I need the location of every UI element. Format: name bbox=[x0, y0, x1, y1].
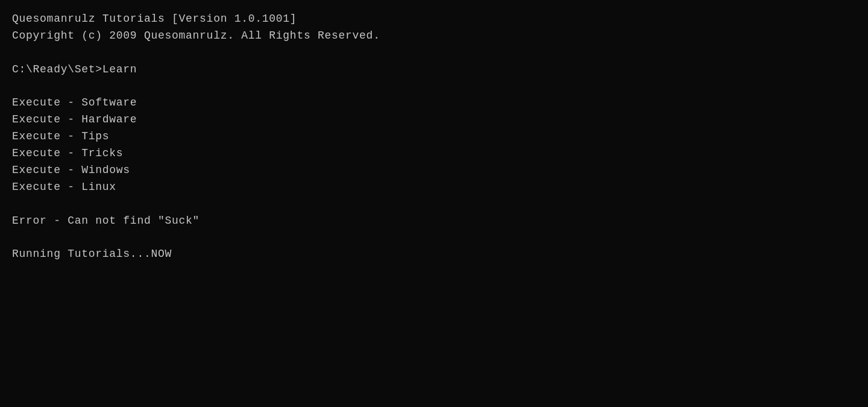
execute-software: Execute - Software bbox=[12, 95, 856, 112]
execute-windows: Execute - Windows bbox=[12, 162, 856, 179]
prompt-line: C:\Ready\Set>Learn bbox=[12, 62, 856, 78]
terminal-window: Quesomanrulz Tutorials [Version 1.0.1001… bbox=[0, 0, 868, 407]
execute-tricks: Execute - Tricks bbox=[12, 145, 856, 162]
blank-line-4 bbox=[12, 230, 856, 247]
error-line: Error - Can not find "Suck" bbox=[12, 213, 856, 230]
execute-hardware: Execute - Hardware bbox=[12, 112, 856, 128]
blank-line-2 bbox=[12, 78, 856, 95]
header-line-2: Copyright (c) 2009 Quesomanrulz. All Rig… bbox=[12, 28, 856, 45]
running-line: Running Tutorials...NOW bbox=[12, 246, 856, 263]
blank-line-1 bbox=[12, 45, 856, 62]
header-line-1: Quesomanrulz Tutorials [Version 1.0.1001… bbox=[12, 11, 856, 28]
execute-tips: Execute - Tips bbox=[12, 128, 856, 145]
blank-line-3 bbox=[12, 196, 856, 213]
execute-linux: Execute - Linux bbox=[12, 179, 856, 196]
